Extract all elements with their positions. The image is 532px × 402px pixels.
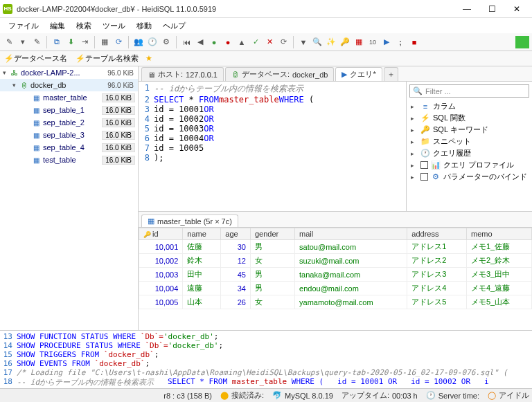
table-row[interactable]: 10,002鈴木12女suzuki@mail.comアドレス2メモ2_鈴木 bbox=[139, 254, 532, 268]
column-header[interactable]: memo bbox=[466, 228, 531, 240]
result-tab[interactable]: ▦master_table (5r × 7c) bbox=[141, 214, 238, 227]
helper-item[interactable]: ▸🔑SQL キーワード bbox=[407, 124, 532, 136]
filter-input[interactable]: 🔍 Filter ... bbox=[409, 84, 529, 98]
tool-semicolon-icon[interactable]: ; bbox=[394, 36, 407, 48]
menu-search[interactable]: 検索 bbox=[71, 19, 97, 33]
tool-first-icon[interactable]: ⏮ bbox=[180, 36, 193, 48]
table-icon: ▦ bbox=[33, 131, 43, 139]
menu-tools[interactable]: ツール bbox=[97, 19, 131, 33]
db-name-label[interactable]: ⚡データベース名 bbox=[0, 52, 71, 65]
statusbar: r8 : c3 (158 B) ⬤接続済み: 🐬MySQL 8.0.19 アップ… bbox=[0, 388, 532, 402]
tool-remove-icon[interactable]: ● bbox=[222, 36, 234, 48]
fav-icon[interactable]: ★ bbox=[143, 54, 155, 63]
close-button[interactable]: ✕ bbox=[504, 0, 529, 18]
tab-database[interactable]: 🛢データベース: docker_db bbox=[225, 67, 334, 81]
tool-import-icon[interactable]: ⇥ bbox=[78, 36, 91, 48]
host-icon: 🖥 bbox=[148, 71, 155, 79]
table-row[interactable]: 10,003田中45男tanaka@mail.comアドレス3メモ3_田中 bbox=[139, 268, 532, 282]
menubar: ファイル 編集 検索 ツール 移動 ヘルプ bbox=[0, 18, 532, 33]
tree-table[interactable]: ▦sep_table_316.0 KiB bbox=[0, 129, 138, 141]
tool-dropdown-icon[interactable]: ▾ bbox=[17, 36, 29, 48]
helper-item[interactable]: ▸📁スニペット bbox=[407, 136, 532, 147]
helper-item[interactable]: ▸📊クエリ プロファイル bbox=[407, 159, 532, 171]
tool-add-icon[interactable]: ● bbox=[208, 36, 220, 48]
mysql-icon: 🐬 bbox=[272, 391, 282, 400]
status-uptime: アップタイム: 00:03 h bbox=[342, 390, 418, 401]
tree-table[interactable]: ▦sep_table_416.0 KiB bbox=[0, 141, 138, 154]
table-row[interactable]: 10,001佐藤30男satou@mail.comアドレス1メモ1_佐藤 bbox=[139, 240, 532, 254]
tool-table-icon[interactable]: ▦ bbox=[98, 36, 111, 48]
helper-icon: 📊 bbox=[431, 161, 441, 170]
tool-refresh-icon[interactable]: ⟳ bbox=[112, 36, 125, 48]
main-tabstrip: 🖥ホスト: 127.0.0.1 🛢データベース: docker_db ▶クエリ*… bbox=[139, 66, 532, 82]
tool-reload-icon[interactable]: ⟳ bbox=[277, 36, 290, 48]
sidebar-tree[interactable]: ▾ 🖧 docker-LAMP-2... 96.0 KiB ▾ 🛢 docker… bbox=[0, 66, 139, 330]
tree-root[interactable]: ▾ 🖧 docker-LAMP-2... 96.0 KiB bbox=[0, 66, 138, 79]
tree-table[interactable]: ▦sep_table_216.0 KiB bbox=[0, 116, 138, 129]
status-mysql: 🐬MySQL 8.0.19 bbox=[272, 391, 333, 400]
tool-filter-icon[interactable]: ▼ bbox=[297, 36, 310, 48]
tool-search-icon[interactable]: 🔍 bbox=[311, 36, 323, 48]
tool-donate-icon[interactable] bbox=[515, 36, 529, 48]
helper-item[interactable]: ▸⚙パラメーターのバインド bbox=[407, 171, 532, 183]
tree-table[interactable]: ▦test_table16.0 KiB bbox=[0, 154, 138, 166]
tool-gear-icon[interactable]: ⚙ bbox=[160, 36, 172, 48]
menu-file[interactable]: ファイル bbox=[3, 19, 44, 33]
table-icon: ▦ bbox=[148, 217, 154, 226]
tool-save-icon[interactable]: ⬇ bbox=[64, 36, 77, 48]
checkbox[interactable] bbox=[420, 173, 428, 181]
tool-key-icon[interactable]: 🔑 bbox=[339, 36, 351, 48]
helper-item[interactable]: ▸⚡SQL 関数 bbox=[407, 112, 532, 124]
menu-edit[interactable]: 編集 bbox=[44, 19, 71, 33]
tool-wand2-icon[interactable]: ✨ bbox=[325, 36, 337, 48]
tool-up-icon[interactable]: ▲ bbox=[236, 36, 248, 48]
menu-help[interactable]: ヘルプ bbox=[157, 19, 191, 33]
table-row[interactable]: 10,005山本26女yamamoto@mail.comアドレス5メモ5_山本 bbox=[139, 295, 532, 309]
tab-host[interactable]: 🖥ホスト: 127.0.0.1 bbox=[141, 67, 224, 81]
tool-wand-icon[interactable]: ✎ bbox=[3, 36, 15, 48]
tree-table[interactable]: ▦sep_table_116.0 KiB bbox=[0, 104, 138, 116]
sql-log[interactable]: 13SHOW FUNCTION STATUS WHERE `Db`='docke… bbox=[0, 330, 532, 388]
menu-go[interactable]: 移動 bbox=[131, 19, 157, 33]
tool-clock-icon[interactable]: 🕐 bbox=[146, 36, 159, 48]
play-icon: ▶ bbox=[342, 70, 347, 79]
result-grid[interactable]: idnameagegendermailaddressmemo 10,001佐藤3… bbox=[139, 227, 532, 330]
helper-item[interactable]: ▸≡カラム bbox=[407, 100, 532, 112]
column-header[interactable]: gender bbox=[250, 228, 294, 240]
minimize-button[interactable]: — bbox=[454, 0, 479, 18]
column-header[interactable]: age bbox=[221, 228, 251, 240]
tree-table[interactable]: ▦master_table16.0 KiB bbox=[0, 91, 138, 104]
subheader: ⚡データベース名 ⚡テーブル名検索 ★ bbox=[0, 51, 532, 66]
tool-users-icon[interactable]: 👥 bbox=[132, 36, 145, 48]
helper-icon: 🕐 bbox=[420, 149, 430, 158]
tool-copy-icon[interactable]: ⧉ bbox=[51, 36, 63, 48]
column-header[interactable]: name bbox=[183, 228, 221, 240]
tool-prev-icon[interactable]: ◀ bbox=[194, 36, 206, 48]
helper-item[interactable]: ▸🕐クエリ履歴 bbox=[407, 147, 532, 159]
helper-icon: 🔑 bbox=[420, 125, 430, 134]
tool-cancel-icon[interactable]: ✕ bbox=[263, 36, 276, 48]
column-header[interactable]: mail bbox=[295, 228, 407, 240]
table-icon: ▦ bbox=[33, 156, 43, 164]
helper-icon: ⚡ bbox=[420, 113, 430, 122]
tab-query[interactable]: ▶クエリ* bbox=[335, 67, 382, 81]
column-header[interactable]: address bbox=[407, 228, 467, 240]
maximize-button[interactable]: ☐ bbox=[479, 0, 504, 18]
tool-bin-icon[interactable]: ▦ bbox=[353, 36, 365, 48]
table-search-label[interactable]: ⚡テーブル名検索 bbox=[71, 52, 143, 65]
tool-play-icon[interactable]: ▶ bbox=[380, 36, 393, 48]
tool-10-icon[interactable]: 10 bbox=[366, 36, 379, 48]
status-servertime: 🕐Server time: bbox=[426, 391, 479, 400]
tool-stop-icon[interactable]: ■ bbox=[408, 36, 420, 48]
app-icon: HS bbox=[3, 4, 12, 14]
tree-db[interactable]: ▾ 🛢 docker_db 96.0 KiB bbox=[0, 79, 138, 91]
tool-pencil-icon[interactable]: ✎ bbox=[30, 36, 43, 48]
sql-editor[interactable]: 1-- idからテーブル内の情報を検索表示2SELECT * FROM mast… bbox=[139, 82, 406, 211]
database-icon: 🛢 bbox=[231, 71, 239, 79]
column-header[interactable]: id bbox=[139, 228, 183, 240]
tool-check-icon[interactable]: ✓ bbox=[249, 36, 262, 48]
checkbox[interactable] bbox=[420, 161, 428, 169]
toolbar: ✎ ▾ ✎ ⧉ ⬇ ⇥ ▦ ⟳ 👥 🕐 ⚙ ⏮ ◀ ● ● ▲ ✓ ✕ ⟳ ▼ … bbox=[0, 33, 532, 51]
tab-add[interactable]: ＋ bbox=[384, 67, 398, 81]
table-row[interactable]: 10,004遠藤34男endou@mail.comアドレス4メモ4_遠藤 bbox=[139, 282, 532, 295]
